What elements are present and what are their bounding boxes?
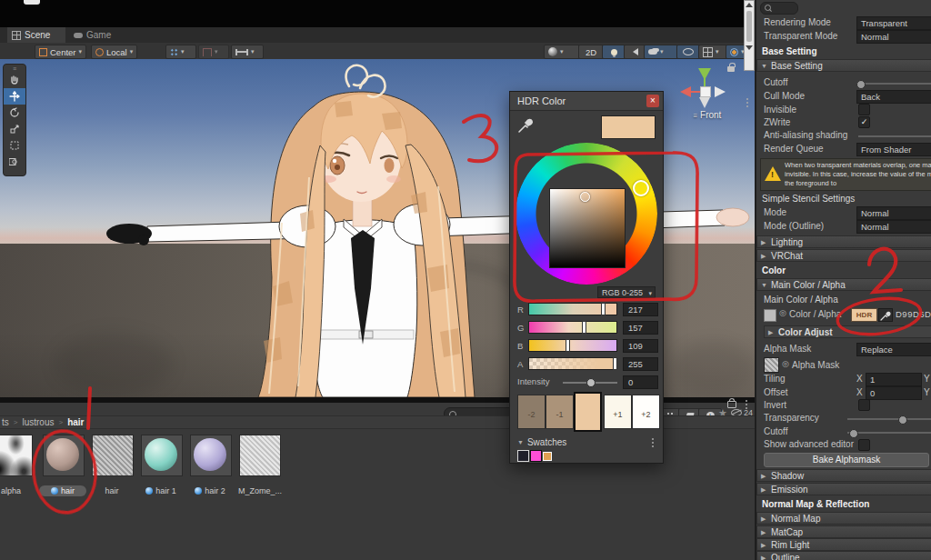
exposure-minus2[interactable]: -2 xyxy=(517,395,546,429)
asset-label[interactable]: hair 1 xyxy=(137,486,185,495)
pivot-button[interactable]: Center ▾ xyxy=(35,45,86,59)
asset-label[interactable]: alpha xyxy=(0,486,31,495)
project-lock-icon[interactable] xyxy=(727,401,736,408)
2d-toggle[interactable]: 2D xyxy=(578,45,604,59)
channel-r-value[interactable]: 217 xyxy=(623,303,658,316)
rendering-mode-dropdown[interactable]: Transparent xyxy=(856,16,931,30)
cutoff-slider[interactable] xyxy=(856,83,931,85)
overlay-drag-handle[interactable]: ≡ xyxy=(4,65,25,72)
color-mode-dropdown[interactable]: RGB 0-255 ▾ xyxy=(597,286,656,298)
inspector-search-input[interactable] xyxy=(760,2,798,15)
floating-scrollbar[interactable] xyxy=(744,0,755,71)
normal-map-foldout[interactable]: ▶ Normal Map xyxy=(756,512,931,525)
transparent-mode-dropdown[interactable]: Normal xyxy=(856,30,931,44)
gizmo-center-cube[interactable] xyxy=(700,86,711,97)
gizmo-y-cone[interactable] xyxy=(698,68,711,80)
overlay-kebab[interactable] xyxy=(746,98,748,107)
channel-a-slider[interactable] xyxy=(528,357,617,370)
tool-rect[interactable] xyxy=(4,137,25,154)
channel-r-slider[interactable] xyxy=(528,303,617,315)
exposure-minus1[interactable]: -1 xyxy=(546,395,574,429)
asset-thumb-hair-material[interactable] xyxy=(43,435,85,476)
advanced-editor-checkbox[interactable] xyxy=(858,439,870,451)
hex-value[interactable]: D99D6D xyxy=(896,309,931,319)
gizmo-lock-icon[interactable] xyxy=(727,66,735,72)
aa-shading-slider[interactable] xyxy=(858,135,931,137)
asset-thumb-hair2[interactable] xyxy=(190,435,232,476)
asset-label[interactable]: hair 2 xyxy=(186,486,234,495)
asset-thumb-alpha[interactable] xyxy=(0,435,33,476)
base-setting-foldout[interactable]: ▼ Base Setting xyxy=(756,59,931,72)
channel-g-slider[interactable] xyxy=(528,321,617,334)
asset-thumb-hair-texture[interactable] xyxy=(92,435,134,476)
grid-snap-button[interactable]: ▾ xyxy=(165,45,196,59)
channel-b-value[interactable]: 109 xyxy=(623,339,658,353)
matcap-foldout[interactable]: ▶ MatCap xyxy=(756,525,931,538)
transparency-slider[interactable] xyxy=(847,418,931,420)
exposure-current[interactable] xyxy=(574,392,602,432)
alpha-mask-dropdown[interactable]: Replace xyxy=(856,343,931,356)
orientation-button[interactable]: Local ▾ xyxy=(91,45,137,59)
sv-marker[interactable] xyxy=(580,192,590,202)
scroll-thumb[interactable] xyxy=(746,11,752,42)
intensity-slider-handle[interactable] xyxy=(586,378,596,387)
swatch-chip-dark[interactable] xyxy=(517,450,529,462)
channel-b-slider[interactable] xyxy=(528,339,617,352)
eyedropper-tool[interactable] xyxy=(517,117,534,134)
swatches-foldout[interactable]: ▼ Swatches xyxy=(517,437,566,447)
channel-a-value[interactable]: 255 xyxy=(623,357,658,371)
main-color-foldout[interactable]: ▼ Main Color / Alpha xyxy=(756,278,931,291)
lighting-toggle[interactable] xyxy=(602,45,626,59)
eyedropper-button[interactable] xyxy=(878,308,893,322)
swatch-chip-tan[interactable] xyxy=(543,452,552,461)
tool-scale[interactable] xyxy=(4,121,25,137)
exposure-plus1[interactable]: +1 xyxy=(604,395,632,429)
zwrite-checkbox[interactable]: ✓ xyxy=(858,116,870,128)
gizmo-x-cone[interactable] xyxy=(680,86,691,97)
render-queue-dropdown[interactable]: From Shader xyxy=(856,143,931,156)
emission-foldout[interactable]: ▶ Emission xyxy=(756,483,931,495)
shading-mode-button[interactable]: ▾ xyxy=(544,45,580,59)
outline-foldout[interactable]: ▶ Outline xyxy=(756,551,931,560)
scene-visibility-toggle[interactable] xyxy=(676,45,700,59)
tool-transform[interactable] xyxy=(4,154,25,170)
breadcrumb-current[interactable]: hair xyxy=(67,417,84,427)
rim-light-foldout[interactable]: ▶ Rim Light xyxy=(756,538,931,551)
hdr-color-dialog[interactable]: HDR Color × RGB 0-255 ▾ R 217 G 157 xyxy=(509,91,664,464)
increment-snap-button[interactable]: ▾ xyxy=(198,45,229,59)
material-color-chip[interactable] xyxy=(764,309,776,322)
exposure-plus2[interactable]: +2 xyxy=(632,395,660,429)
tool-hand[interactable] xyxy=(4,72,25,88)
swatches-menu-kebab[interactable] xyxy=(652,438,654,447)
close-button[interactable]: × xyxy=(646,95,659,107)
asset-thumb-hair1[interactable] xyxy=(141,435,183,476)
vrchat-foldout[interactable]: ▶ VRChat xyxy=(756,249,931,262)
cutoff2-slider-handle[interactable] xyxy=(849,429,858,438)
invert-checkbox[interactable] xyxy=(858,399,870,411)
tab-scene[interactable]: Scene xyxy=(7,27,65,43)
transparency-slider-handle[interactable] xyxy=(898,415,907,425)
color-adjust-foldout[interactable]: ▶ Color Adjust xyxy=(764,325,931,338)
tool-rotate[interactable] xyxy=(4,105,25,121)
window-drag-pill[interactable] xyxy=(24,0,40,5)
cutoff-slider-handle[interactable] xyxy=(856,80,866,89)
effects-button[interactable]: ▾ xyxy=(644,45,678,59)
stencil-mode-outline-dropdown[interactable]: Normal xyxy=(856,220,931,234)
intensity-value[interactable]: 0 xyxy=(623,375,658,389)
shadow-foldout[interactable]: ▶ Shadow xyxy=(756,469,931,482)
wheel-marker[interactable] xyxy=(633,180,649,196)
lighting-foldout[interactable]: ▶ Lighting xyxy=(756,235,931,248)
orientation-gizmo[interactable]: ≡ Front xyxy=(671,61,740,125)
tool-handle-button[interactable]: ▾ xyxy=(231,45,264,59)
hdr-color-swatch-button[interactable]: HDR xyxy=(851,308,877,322)
asset-label[interactable]: hair xyxy=(92,486,132,495)
alpha-mask-thumbnail[interactable] xyxy=(764,357,779,373)
channel-g-value[interactable]: 157 xyxy=(623,321,658,335)
grid-visibility-button[interactable]: ▾ xyxy=(698,45,729,59)
gizmo-orientation-label[interactable]: ≡ Front xyxy=(680,110,735,120)
gizmo-down-cone[interactable] xyxy=(699,97,710,108)
cutoff2-slider[interactable] xyxy=(847,432,931,434)
gizmo-right-cone[interactable] xyxy=(715,86,726,97)
breadcrumb-folder[interactable]: lustrous xyxy=(22,417,54,427)
bake-alphamask-button[interactable]: Bake Alphamask xyxy=(764,453,929,467)
